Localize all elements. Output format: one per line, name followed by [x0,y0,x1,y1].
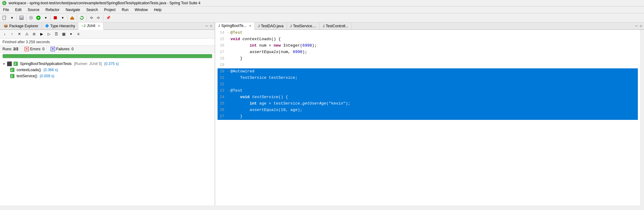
fold-marker-16 [227,43,229,49]
token-plain: () { [278,94,288,100]
code-line-27[interactable]: 27 } [218,113,638,120]
code-line-24[interactable]: 24 void testService() { [218,94,638,101]
menu-item-run[interactable]: Run [120,7,130,13]
token-annotation: @Test [230,88,242,94]
test-context-loads[interactable]: J contextLoads() (0.366 s) [9,67,214,73]
code-line-21[interactable]: 21 TestService testService; [218,75,638,81]
junit-rerun-failed[interactable]: ▷ [45,31,52,37]
toolbar-save[interactable] [18,14,25,21]
toolbar-new-dropdown[interactable]: ▾ [9,14,15,21]
fold-marker-18 [227,56,229,62]
menu-item-refactor[interactable]: Refactor [44,7,61,13]
line-number-23: 23 [218,88,227,94]
menu-item-navigate[interactable]: Navigate [64,7,82,13]
panel-controls: ─ □ [203,24,214,28]
fold-marker-14[interactable]: − [227,30,229,36]
menu-item-source[interactable]: Source [26,7,41,13]
toolbar-run-dropdown[interactable]: ▾ [42,14,49,21]
tab-package-explorer[interactable]: 📦 Package Explorer [1,23,42,29]
tab-type-hierarchy[interactable]: 🔷 Type Hierarchy [42,23,79,29]
toolbar-stop-dropdown[interactable]: ▾ [59,14,66,21]
code-line-14[interactable]: 14−@Test [218,30,638,36]
toolbar-new[interactable] [1,14,8,21]
toolbar-run[interactable] [35,14,42,21]
toolbar-refresh[interactable] [78,14,85,21]
toolbar-sep-3 [50,15,51,21]
editor-scrollbar[interactable] [640,30,644,205]
token-plain [230,107,249,113]
toolbar-build[interactable] [69,14,76,21]
editor-maximize-button[interactable]: □ [639,24,643,28]
fold-marker-26 [227,107,229,113]
toolbar-stop[interactable] [52,14,59,21]
editor-tab-controller[interactable]: J TestControll... [320,23,351,29]
toolbar-sep-7 [103,15,104,21]
code-line-19[interactable]: 19 [218,62,638,68]
menu-bar: FileEditSourceRefactorNavigateSearchProj… [0,6,644,13]
junit-remove-terminated[interactable]: ✕ [16,31,23,37]
toolbar-pin[interactable]: 📌 [105,14,112,21]
code-line-15[interactable]: 15 void contextLoads() { [218,36,638,43]
svg-text:S: S [3,2,5,5]
menu-item-file[interactable]: File [1,7,11,13]
editor-tab-dao[interactable]: J TestDAO.java [255,23,287,29]
code-line-18[interactable]: 18 } [218,55,638,62]
menu-item-edit[interactable]: Edit [13,7,23,13]
test-root-item[interactable]: ▼ ⬛ J SpringBootTestApplicationTests [Ru… [1,61,214,67]
code-line-23[interactable]: 23−@Test [218,88,638,94]
tab-junit[interactable]: ✓J JUnit ✕ [78,22,104,30]
junit-show-skipped[interactable]: ⊘ [31,31,37,37]
token-plain: TestService testService; [230,75,297,81]
code-editor[interactable]: 14−@Test15 void contextLoads() {16 int n… [215,30,644,205]
editor-minimize-button[interactable]: ─ [634,24,638,28]
maximize-button[interactable]: □ [209,24,213,28]
menu-item-project[interactable]: Project [102,7,117,13]
code-line-16[interactable]: 16 int num = new Integer(6998); [218,43,638,49]
menu-item-help[interactable]: Help [152,7,163,13]
fold-marker-25 [227,101,229,107]
junit-prev-failure[interactable]: ↑ [9,31,15,37]
fold-marker-23[interactable]: − [227,88,229,94]
code-line-22[interactable]: 22 [218,81,638,88]
svg-rect-15 [97,17,98,18]
junit-rerun[interactable]: ▶ [38,31,45,37]
fold-marker-19 [227,62,229,68]
menu-item-window[interactable]: Window [133,7,150,13]
runs-value: 2/2 [13,47,18,51]
editor-tab-service[interactable]: J TestService.... [287,23,320,29]
token-method: testService [252,94,278,100]
code-line-25[interactable]: 25 int age = testService.getUserAge("kev… [218,101,638,107]
token-number: 6998 [293,49,302,55]
tab-junit-label: JUnit [87,24,95,28]
svg-text:J: J [11,68,13,72]
token-annotation: @Autowired [230,68,254,74]
editor-tab-springboot[interactable]: J SpringBootTe... ✕ [215,22,255,30]
code-line-17[interactable]: 17 assertEquals(num, 6998); [218,49,638,55]
line-number-20: 20 [218,68,227,74]
junit-next-failure[interactable]: ↓ [1,31,8,37]
toolbar-forward[interactable] [95,14,102,21]
java-file-icon-1: J [218,24,220,28]
toolbar-back[interactable] [88,14,95,21]
test-test-service[interactable]: J testService() (0.009 s) [9,73,214,79]
svg-rect-5 [20,18,23,19]
junit-close-button[interactable]: ✕ [98,24,100,28]
token-kw: int [230,43,257,49]
tree-expand-arrow[interactable]: ▼ [2,62,6,66]
fold-marker-20[interactable]: − [227,69,229,75]
junit-show-only-failures[interactable]: ⚠ [23,31,30,37]
test-method-icon-1: J [10,67,15,72]
junit-layout[interactable]: ▦ [60,31,67,37]
editor-tab-1-close[interactable]: ✕ [249,24,251,28]
line-number-14: 14 [218,30,227,36]
junit-dropdown[interactable]: ▾ [68,31,74,37]
menu-item-search[interactable]: Search [84,7,100,13]
junit-history[interactable]: ☰ [53,31,60,37]
toolbar-debug[interactable] [28,14,34,21]
editor-tab-service-label: TestService.... [293,24,316,28]
code-line-20[interactable]: 20−@Autowired [218,68,638,75]
minimize-button[interactable]: ─ [205,24,209,28]
test-service-time: (0.009 s) [40,74,54,78]
code-line-26[interactable]: 26 assertEquals(18, age); [218,107,638,113]
junit-menu[interactable]: ≡ [75,31,82,37]
